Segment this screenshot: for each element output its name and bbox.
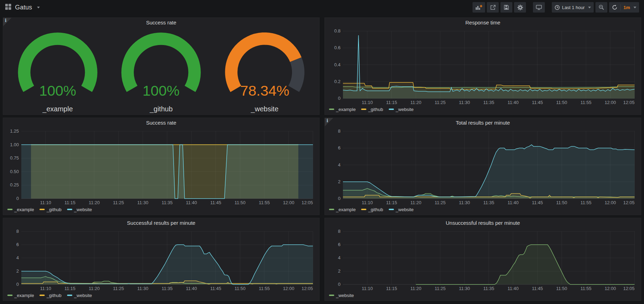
legend-item-_example[interactable]: _example xyxy=(7,207,34,212)
panel-title[interactable]: Successful results per minute xyxy=(6,218,316,228)
refresh-icon xyxy=(612,5,617,10)
x-tick-label: 11:10 xyxy=(362,200,373,205)
gauge-label: _github xyxy=(150,105,173,113)
chart-plot[interactable]: 00.250.500.751.001.2511:1011:1511:2011:2… xyxy=(6,128,316,206)
legend-label: _github xyxy=(46,207,61,212)
legend-item-_website[interactable]: _website xyxy=(67,293,92,298)
legend-item-_example[interactable]: _example xyxy=(7,293,34,298)
gauge-_website: 78.34% _website xyxy=(213,28,316,113)
legend-item-_example[interactable]: _example xyxy=(329,107,356,112)
dashboard-title[interactable]: Gatus xyxy=(15,4,32,11)
chart-plot[interactable]: 0246811:1011:1511:2011:2511:3011:3511:40… xyxy=(328,228,638,291)
legend-item-_github[interactable]: _github xyxy=(39,293,61,298)
unsuccessful-results-chart[interactable]: 0246811:1011:1511:2011:2511:3011:3511:40… xyxy=(328,228,638,291)
y-tick-label: 8 xyxy=(16,229,19,234)
chart-plot[interactable]: 0246811:1011:1511:2011:2511:3011:3511:40… xyxy=(328,128,638,206)
legend: _example_github_website xyxy=(328,105,638,113)
x-tick-label: 11:55 xyxy=(580,100,592,105)
panel-title[interactable]: Unsuccessful results per minute xyxy=(328,218,638,228)
panel-title[interactable]: Success rate xyxy=(6,18,316,28)
legend-item-_website[interactable]: _website xyxy=(389,207,414,212)
info-icon[interactable]: i xyxy=(327,118,328,123)
total-results-chart[interactable]: 0246811:1011:1511:2011:2511:3011:3511:40… xyxy=(328,128,638,206)
legend-item-_website[interactable]: _website xyxy=(329,293,354,298)
x-tick-label: 11:15 xyxy=(64,200,75,205)
y-tick-label: 0.4 xyxy=(334,62,341,67)
legend-item-_github[interactable]: _github xyxy=(361,107,383,112)
x-tick-label: 11:35 xyxy=(162,286,173,291)
y-tick-label: 6 xyxy=(338,242,341,247)
x-tick-label: 11:30 xyxy=(459,286,470,291)
legend: _website xyxy=(328,291,638,299)
y-tick-label: 0 xyxy=(338,196,341,201)
legend: _example_github_website xyxy=(6,291,316,299)
legend-swatch xyxy=(39,295,45,296)
legend-item-_example[interactable]: _example xyxy=(329,207,356,212)
y-tick-label: 0 xyxy=(16,282,19,287)
share-button[interactable] xyxy=(487,2,499,13)
x-tick-label: 11:15 xyxy=(386,200,397,205)
x-tick-label: 11:40 xyxy=(186,200,197,205)
legend-label: _example xyxy=(14,207,34,212)
legend-item-_website[interactable]: _website xyxy=(67,207,92,212)
x-tick-label: 11:15 xyxy=(386,286,397,291)
x-tick-label: 11:45 xyxy=(210,200,221,205)
success-rate-chart[interactable]: 00.250.500.751.001.2511:1011:1511:2011:2… xyxy=(6,128,316,206)
legend-item-_github[interactable]: _github xyxy=(361,207,383,212)
refresh-picker[interactable]: 1m xyxy=(609,2,639,13)
chart-plot[interactable]: 0246811:1011:1511:2011:2511:3011:3511:40… xyxy=(6,228,316,291)
time-range-button[interactable]: Last 1 hour xyxy=(552,2,594,13)
legend-swatch xyxy=(329,209,334,210)
chart-plot[interactable]: 00.20.40.60.811:1011:1511:2011:2511:3011… xyxy=(328,28,638,105)
time-range-caret-down-icon xyxy=(588,7,591,8)
x-tick-label: 11:20 xyxy=(410,200,422,205)
y-tick-label: 0.50 xyxy=(10,169,19,174)
gauge-arc-value xyxy=(24,39,91,89)
legend-swatch xyxy=(39,209,45,210)
y-tick-label: 6 xyxy=(338,145,341,150)
x-tick-label: 11:40 xyxy=(507,200,519,205)
y-tick-label: 2 xyxy=(338,179,341,184)
x-tick-label: 11:15 xyxy=(386,100,397,105)
legend-label: _example xyxy=(336,207,356,212)
save-button[interactable] xyxy=(500,2,512,13)
legend-swatch xyxy=(67,209,72,210)
x-tick-label: 11:20 xyxy=(410,100,422,105)
x-tick-label: 11:50 xyxy=(556,200,568,205)
legend-label: _github xyxy=(46,293,61,298)
legend-label: _website xyxy=(396,207,414,212)
legend-label: _example xyxy=(14,293,34,298)
x-tick-label: 11:25 xyxy=(435,100,446,105)
tv-cycle-button[interactable] xyxy=(533,2,545,13)
panel-title[interactable]: Success rate xyxy=(6,118,316,128)
legend-item-_website[interactable]: _website xyxy=(389,107,414,112)
legend-item-_github[interactable]: _github xyxy=(39,207,61,212)
panel-unsuccessful-results: Unsuccessful results per minute 0246811:… xyxy=(324,218,641,301)
info-icon[interactable]: i xyxy=(5,18,7,23)
add-panel-button[interactable] xyxy=(473,2,485,13)
response-time-chart[interactable]: 00.20.40.60.811:1011:1511:2011:2511:3011… xyxy=(328,28,638,105)
x-tick-label: 11:30 xyxy=(137,286,148,291)
panel-title[interactable]: Response time xyxy=(328,18,638,28)
settings-button[interactable] xyxy=(514,2,526,13)
successful-results-chart[interactable]: 0246811:1011:1511:2011:2511:3011:3511:40… xyxy=(6,228,316,291)
gauge-value: 78.34% xyxy=(240,82,289,99)
panel-title[interactable]: Total results per minute xyxy=(328,118,638,128)
x-tick-label: 11:55 xyxy=(580,286,592,291)
apps-grid-icon[interactable] xyxy=(5,3,12,12)
legend-swatch xyxy=(389,209,394,210)
y-tick-label: 0.2 xyxy=(334,79,341,84)
x-tick-label: 11:50 xyxy=(235,286,246,291)
y-tick-label: 2 xyxy=(338,268,341,274)
y-tick-label: 8 xyxy=(338,229,341,234)
add-panel-icon xyxy=(475,5,482,10)
dashboard-caret-down-icon[interactable] xyxy=(37,7,40,8)
zoom-out-icon xyxy=(599,5,604,10)
panel-info-corner[interactable] xyxy=(325,118,333,126)
panel-info-corner[interactable] xyxy=(3,18,12,26)
legend-label: _website xyxy=(74,293,92,298)
x-tick-label: 11:10 xyxy=(362,100,373,105)
x-tick-label: 12:00 xyxy=(283,200,294,205)
zoom-out-button[interactable] xyxy=(595,2,607,13)
navbar: Gatus xyxy=(0,0,644,15)
